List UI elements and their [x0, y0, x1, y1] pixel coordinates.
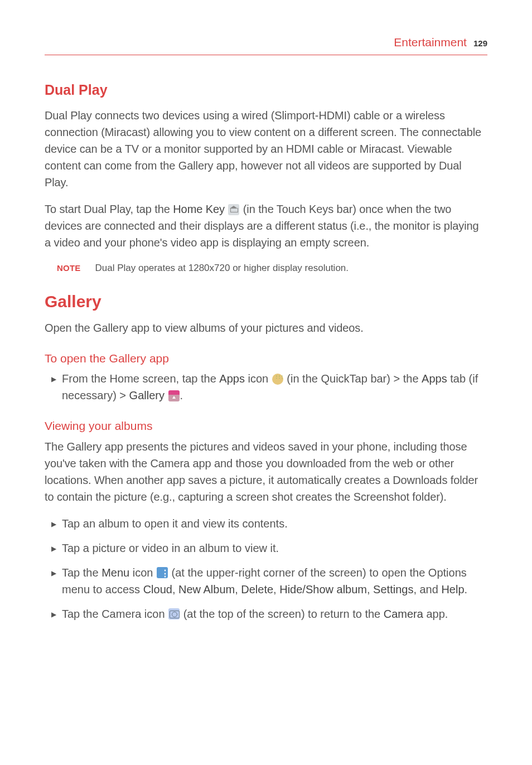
list-item-content: Tap the Camera icon (at the top of the s…: [62, 606, 487, 622]
gallery-heading: Gallery: [45, 289, 487, 314]
text-fragment: ,: [273, 583, 279, 595]
header-section-title: Entertainment: [394, 33, 467, 51]
bullet-marker-icon: ▶: [51, 519, 56, 529]
list-item: ▶ Tap an album to open it and view its c…: [45, 515, 487, 532]
bullet-marker-icon: ▶: [51, 609, 56, 619]
bullet-marker-icon: ▶: [51, 374, 56, 384]
bullet-marker-icon: ▶: [51, 568, 56, 578]
text-fragment: To start Dual Play, tap the: [45, 203, 173, 215]
list-item: ▶ From the Home screen, tap the Apps ico…: [45, 370, 487, 404]
viewing-albums-heading: Viewing your albums: [45, 417, 487, 435]
text-fragment: , and: [413, 583, 441, 595]
list-item: ▶ Tap a picture or video in an album to …: [45, 540, 487, 556]
dual-play-description: Dual Play connects two devices using a w…: [45, 107, 487, 191]
list-item-content: Tap a picture or video in an album to vi…: [62, 540, 487, 556]
list-item: ▶ Tap the Camera icon (at the top of the…: [45, 606, 487, 622]
list-item-content: Tap the Menu icon (at the upper-right co…: [62, 564, 487, 598]
apps-label: Apps: [219, 372, 245, 385]
text-fragment: ,: [367, 583, 373, 595]
text-fragment: app.: [423, 608, 448, 620]
gallery-intro: Open the Gallery app to view albums of y…: [45, 319, 487, 336]
list-item-content: From the Home screen, tap the Apps icon …: [62, 370, 487, 404]
hide-show-label: Hide/Show album: [279, 583, 367, 595]
cloud-label: Cloud: [143, 583, 172, 595]
text-fragment: icon: [129, 567, 156, 579]
list-item: ▶ Tap the Menu icon (at the upper-right …: [45, 564, 487, 598]
text-fragment: Tap the: [62, 567, 101, 579]
settings-label: Settings: [373, 583, 413, 595]
dual-play-instructions: To start Dual Play, tap the Home Key (in…: [45, 201, 487, 251]
page-header: Entertainment 129: [45, 33, 487, 55]
dual-play-heading: Dual Play: [45, 80, 487, 101]
menu-icon: [157, 567, 168, 578]
text-fragment: Tap the Camera icon: [62, 608, 168, 620]
bullet-marker-icon: ▶: [51, 544, 56, 554]
note-row: NOTE Dual Play operates at 1280x720 or h…: [45, 261, 487, 275]
text-fragment: ,: [172, 583, 178, 595]
page-number: 129: [473, 37, 487, 50]
text-fragment: (in the QuickTap bar) > the: [284, 372, 422, 385]
delete-label: Delete: [241, 583, 273, 595]
camera-icon: [168, 608, 180, 619]
apps-tab-label: Apps: [422, 372, 447, 385]
viewing-albums-description: The Gallery app presents the pictures an…: [45, 438, 487, 505]
menu-label: Menu: [101, 567, 129, 579]
help-label: Help: [441, 583, 464, 595]
gallery-label: Gallery: [129, 389, 165, 401]
home-key-icon: [228, 204, 239, 215]
note-text: Dual Play operates at 1280x720 or higher…: [95, 261, 349, 275]
note-label: NOTE: [57, 262, 80, 275]
camera-app-label: Camera: [384, 608, 423, 620]
text-fragment: icon: [245, 372, 272, 385]
gallery-icon: [168, 390, 180, 401]
home-key-label: Home Key: [173, 203, 225, 215]
apps-icon: [272, 374, 283, 385]
text-fragment: ,: [235, 583, 241, 595]
text-fragment: (at the top of the screen) to return to …: [180, 608, 384, 620]
text-fragment: .: [465, 583, 468, 595]
text-fragment: .: [180, 389, 183, 401]
new-album-label: New Album: [178, 583, 235, 595]
list-item-content: Tap an album to open it and view its con…: [62, 515, 487, 532]
open-gallery-heading: To open the Gallery app: [45, 350, 487, 367]
text-fragment: From the Home screen, tap the: [62, 372, 219, 385]
